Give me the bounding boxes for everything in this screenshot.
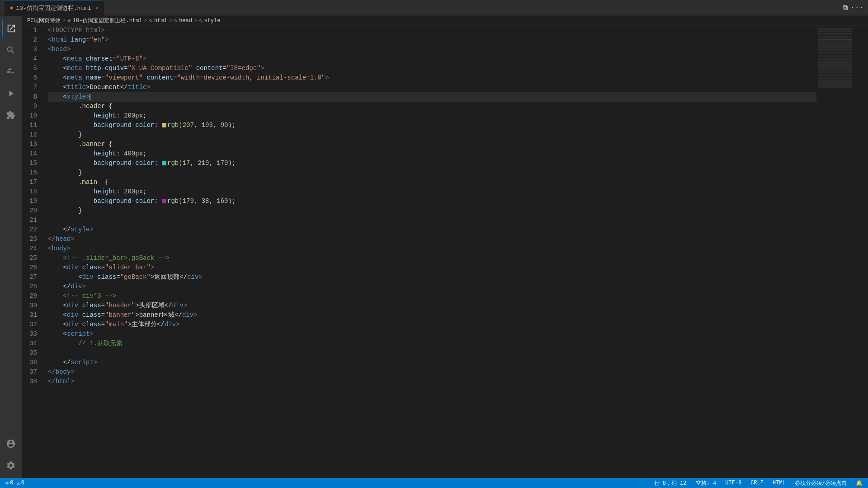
editor-tab[interactable]: ◈ 10-仿淘宝固定侧边栏.html ×: [5, 0, 104, 16]
breadcrumb-file[interactable]: 10-仿淘宝固定侧边栏.html: [73, 17, 142, 24]
run-debug-icon[interactable]: [2, 84, 20, 103]
code-token: >: [86, 92, 90, 102]
code-token: [78, 301, 82, 310]
line-number: 26: [22, 263, 37, 272]
feedback-label: 必须分必须/必须点击: [795, 479, 847, 487]
editor-area[interactable]: 1234567891011121314151617181920212223242…: [22, 26, 862, 478]
code-token: =: [101, 320, 105, 329]
breadcrumb-head-tag[interactable]: head: [179, 18, 192, 24]
code-token: body: [56, 367, 71, 377]
bell-icon: 🔔: [856, 480, 863, 487]
code-token: >: [146, 83, 150, 92]
code-token: </: [48, 225, 71, 235]
code-area[interactable]: 1234567891011121314151617181920212223242…: [22, 26, 816, 478]
code-token: }: [48, 168, 82, 178]
language-status[interactable]: HTML: [771, 478, 788, 488]
line-col-label: 行 8，列 12: [654, 479, 687, 487]
line-number: 38: [22, 377, 37, 386]
breadcrumb-folder[interactable]: PC端网页特效: [27, 17, 61, 24]
line-number: 11: [22, 121, 37, 130]
code-token: <: [48, 263, 67, 272]
code-token: =: [116, 272, 120, 282]
line-number: 20: [22, 206, 37, 216]
settings-icon[interactable]: [2, 456, 20, 474]
notifications-status[interactable]: 🔔: [854, 478, 864, 488]
search-icon[interactable]: [2, 41, 20, 59]
code-token: >: [184, 301, 187, 310]
code-line: </script>: [48, 358, 816, 367]
line-number: 16: [22, 168, 37, 178]
line-col-status[interactable]: 行 8，列 12: [652, 478, 689, 488]
code-token: rgb(17, 219, 179): [167, 159, 232, 168]
code-token: 400px: [124, 149, 143, 159]
code-token: class: [82, 320, 101, 329]
code-token: =: [101, 301, 105, 310]
breadcrumb-html-tag[interactable]: html: [154, 18, 167, 24]
encoding-status[interactable]: UTF-8: [723, 478, 743, 488]
line-number: 22: [22, 225, 37, 235]
code-token: :: [116, 149, 124, 159]
code-token: >: [90, 329, 93, 339]
crlf-status[interactable]: CRLF: [749, 478, 765, 488]
code-token: "IE=edge": [226, 64, 261, 73]
code-token: class: [82, 301, 101, 310]
code-content[interactable]: <!DOCTYPE html><html lang="en"><head> <m…: [41, 26, 816, 478]
error-count: 0: [10, 480, 13, 486]
code-line: .banner {: [48, 140, 816, 149]
code-token: meta: [67, 73, 82, 83]
code-token: height: [94, 187, 116, 197]
line-number: 17: [22, 178, 37, 187]
code-line: </style>: [48, 225, 816, 235]
code-line: <!-- div*3 -->: [48, 291, 816, 301]
code-token: <: [48, 64, 67, 73]
explorer-icon[interactable]: [2, 19, 20, 38]
code-token: .banner: [78, 140, 105, 149]
code-token: ;: [232, 121, 236, 130]
account-icon[interactable]: [2, 435, 20, 453]
code-line: <meta http-equiv="X-UA-Compatible" conte…: [48, 64, 816, 73]
line-number: 2: [22, 35, 37, 45]
code-token: "goBack": [120, 272, 151, 282]
feedback-status[interactable]: 必须分必须/必须点击: [793, 478, 849, 488]
code-token: <: [48, 329, 67, 339]
code-token: :: [116, 187, 124, 197]
line-number: 36: [22, 358, 37, 367]
code-token: [48, 102, 78, 111]
code-token: title: [67, 83, 86, 92]
code-token: "X-UA-Compatible": [127, 64, 192, 73]
breadcrumb-style-tag[interactable]: style: [204, 18, 220, 24]
code-line: [48, 348, 816, 358]
code-token: {: [105, 140, 113, 149]
code-token: class: [82, 263, 101, 272]
activity-bar: [0, 16, 22, 478]
code-token: <: [48, 35, 52, 45]
code-token: ;: [143, 149, 146, 159]
code-token: "viewport": [105, 73, 143, 83]
spaces-status[interactable]: 空格: 4: [694, 478, 718, 488]
code-token: div: [67, 320, 78, 329]
code-token: rgb(207, 193, 90): [167, 121, 232, 130]
code-token: rgb(179, 38, 160): [167, 197, 232, 206]
code-token: "banner": [105, 310, 135, 320]
tab-close-button[interactable]: ×: [96, 5, 99, 11]
code-token: >: [90, 225, 93, 235]
code-token: html: [56, 377, 71, 386]
source-control-icon[interactable]: [2, 63, 20, 81]
extensions-icon[interactable]: [2, 106, 20, 124]
split-editor-button[interactable]: ⧉: [843, 4, 848, 12]
code-token: "width=device-width, initial-scale=1.0": [177, 73, 326, 83]
breadcrumb-sep-4: >: [194, 18, 197, 24]
code-token: [94, 272, 97, 282]
line-number: 3: [22, 45, 37, 54]
code-line: }: [48, 130, 816, 140]
errors-status[interactable]: ⊗ 0 ⚠ 0: [4, 478, 26, 488]
code-token: [48, 178, 78, 187]
text-cursor: [90, 94, 90, 100]
code-token: >: [151, 263, 154, 272]
code-token: height: [94, 111, 116, 121]
line-number: 19: [22, 197, 37, 206]
code-token: >banner区域</: [135, 310, 182, 320]
line-number: 13: [22, 140, 37, 149]
more-actions-button[interactable]: ···: [850, 4, 863, 12]
code-token: 200px: [124, 111, 143, 121]
